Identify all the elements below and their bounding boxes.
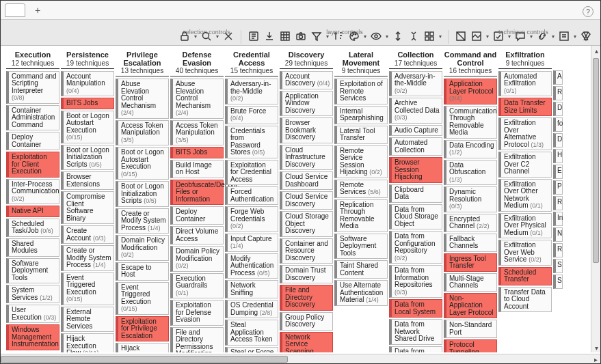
camera-icon[interactable] — [295, 30, 307, 42]
toggle-state-icon[interactable] — [455, 30, 467, 42]
help-button[interactable]: ? — [583, 6, 593, 17]
technique-cell[interactable]: Access Token Manipulation (3/5) — [116, 120, 169, 146]
technique-cell[interactable]: Lateral Tool Transfer — [334, 126, 388, 144]
technique-cell[interactable]: Data from Information Repositories (0/3) — [389, 265, 442, 298]
download-icon[interactable] — [263, 30, 276, 42]
technique-cell[interactable]: Adversary-in-the-Middle (0/2) — [225, 79, 278, 104]
technique-cell[interactable]: Ingress Tool Transfer — [444, 253, 497, 272]
technique-cell[interactable]: External Remote Services — [61, 307, 114, 333]
technique-cell[interactable]: Non-Standard Port — [444, 320, 497, 338]
technique-cell[interactable]: Event Triggered Execution (0/15) — [116, 282, 169, 315]
technique-cell[interactable]: Browser Bookmark Discovery — [280, 117, 333, 143]
technique-cell[interactable]: Forced Authentication — [225, 186, 278, 205]
technique-cell[interactable]: Steal or Forge Kerberos Tickets (0/4) — [225, 347, 278, 352]
technique-cell-partial[interactable]: R — [553, 196, 563, 210]
technique-cell-partial[interactable]: R — [553, 243, 563, 257]
technique-cell[interactable]: Automated Collection — [389, 137, 442, 156]
technique-cell[interactable]: Replication Through Removable Media — [334, 199, 388, 232]
technique-cell-partial[interactable]: S — [553, 275, 563, 289]
technique-cell-partial[interactable]: P — [553, 180, 563, 195]
technique-cell[interactable]: Account Manipulation (0/4) — [61, 71, 114, 97]
technique-cell[interactable]: Exfiltration Over Other Network Medium (… — [498, 179, 552, 212]
technique-cell[interactable]: Execution Guardrails (0/1) — [170, 273, 224, 299]
technique-cell-partial[interactable]: H — [553, 149, 563, 163]
technique-cell-partial[interactable]: D — [553, 102, 563, 116]
technique-cell[interactable]: Cloud Service Dashboard — [280, 171, 333, 190]
sort-icon[interactable] — [332, 30, 345, 42]
technique-cell[interactable]: Hijack Execution Flow (0/11) — [116, 343, 169, 352]
technique-cell-partial[interactable]: R — [553, 86, 563, 100]
technique-cell[interactable]: BITS Jobs — [61, 98, 114, 109]
technique-cell[interactable]: Network Sniffing — [225, 280, 278, 298]
vertical-scrollbar[interactable]: ▴ ▾ — [591, 46, 600, 352]
technique-cell[interactable]: Non-Application Layer Protocol — [444, 293, 497, 319]
export-excel-icon[interactable] — [279, 30, 291, 42]
technique-cell[interactable]: Event Triggered Execution (0/15) — [61, 272, 114, 305]
technique-cell[interactable]: Dynamic Resolution (0/3) — [444, 186, 497, 212]
technique-cell[interactable]: Application Layer Protocol (2/4) — [444, 79, 497, 104]
score-icon[interactable] — [492, 30, 505, 42]
technique-cell[interactable]: Account Discovery (0/4) — [280, 71, 333, 89]
technique-cell[interactable]: Command and Scripting Interpreter (0/8) — [6, 71, 59, 104]
technique-cell-partial[interactable]: S — [553, 259, 563, 273]
technique-cell[interactable]: Inter-Process Communication (0/2) — [6, 179, 59, 205]
technique-cell[interactable]: Exploitation of Remote Services — [334, 79, 388, 104]
search-icon[interactable] — [200, 30, 213, 42]
technique-cell[interactable]: Use Alternate Authentication Material (1… — [334, 280, 388, 306]
technique-cell[interactable]: Clipboard Data — [389, 184, 442, 203]
technique-cell[interactable]: Abuse Elevation Control Mechanism (2/4) — [170, 79, 224, 119]
clear-icon[interactable] — [580, 30, 592, 42]
technique-cell[interactable]: Scheduled Task/Job (0/6) — [6, 219, 59, 237]
technique-cell[interactable]: Exploitation for Defense Evasion — [170, 300, 224, 326]
technique-cell[interactable]: Modify Authentication Process (0/5) — [225, 253, 278, 279]
technique-cell[interactable]: Data from Local System — [389, 299, 442, 318]
technique-cell[interactable]: Access Token Manipulation (3/5) — [170, 120, 224, 146]
technique-cell[interactable]: Hijack Execution Flow (0/11) — [61, 333, 114, 352]
technique-cell-partial[interactable]: D — [553, 133, 563, 148]
technique-cell[interactable]: Windows Management Instrumentation — [6, 324, 59, 350]
technique-cell[interactable]: Software Deployment Tools — [334, 234, 388, 260]
technique-cell[interactable]: Data from Cloud Storage Object — [389, 204, 442, 230]
eye-icon[interactable] — [370, 30, 382, 42]
scroll-right-arrow[interactable]: ▸ — [591, 354, 600, 364]
technique-cell[interactable]: BITS Jobs — [170, 147, 224, 158]
technique-cell[interactable]: Cloud Infrastructure Discovery — [280, 145, 333, 171]
technique-cell[interactable]: File and Directory Discovery — [280, 285, 333, 311]
technique-cell[interactable]: Adversary-in-the-Middle (0/2) — [389, 71, 442, 97]
technique-cell[interactable]: Application Window Discovery — [280, 91, 333, 117]
technique-cell[interactable]: Transfer Data to Cloud Account — [498, 287, 552, 313]
tab-active[interactable] — [5, 3, 25, 17]
expand-vertical-icon[interactable] — [392, 30, 404, 42]
technique-cell[interactable]: Create or Modify System Process (1/4) — [61, 245, 114, 271]
scroll-up-arrow[interactable]: ▴ — [591, 46, 601, 55]
technique-cell[interactable]: Fallback Channels — [444, 234, 497, 252]
technique-cell-partial[interactable]: E — [553, 165, 563, 179]
filter-icon[interactable] — [310, 30, 323, 42]
technique-cell[interactable]: Boot or Logon Initialization Scripts (0/… — [116, 181, 169, 207]
technique-cell[interactable]: Domain Policy Modification (0/2) — [116, 235, 169, 261]
technique-cell[interactable]: Cloud Service Discovery — [280, 191, 333, 210]
palette-icon[interactable] — [348, 30, 360, 42]
horizontal-scrollbar[interactable]: ▸ — [1, 354, 600, 363]
technique-cell[interactable]: Internal Spearphishing — [334, 106, 388, 124]
technique-cell[interactable]: Automated Exfiltration (0/1) — [498, 71, 552, 97]
technique-cell[interactable]: User Execution (0/3) — [6, 305, 59, 323]
technique-cell[interactable]: Data from Network Shared Drive — [389, 319, 442, 345]
technique-cell[interactable]: System Services (1/2) — [6, 285, 59, 303]
technique-cell[interactable]: Direct Volume Access — [170, 226, 224, 244]
grid-icon[interactable] — [423, 30, 436, 42]
technique-cell-partial[interactable]: fo — [553, 117, 563, 132]
technique-cell[interactable]: Credentials from Password Stores (0/5) — [225, 126, 278, 158]
technique-cell-partial[interactable]: In — [553, 212, 563, 226]
technique-cell[interactable]: Browser Session Hijacking — [389, 157, 442, 183]
technique-cell[interactable]: Boot or Logon Initialization Scripts (0/… — [61, 145, 114, 171]
technique-cell[interactable]: Taint Shared Content — [334, 260, 388, 279]
technique-cell[interactable]: Communication Through Removable Media — [444, 106, 497, 139]
new-tab-button[interactable]: + — [35, 5, 40, 16]
technique-cell[interactable]: Container and Resource Discovery — [280, 238, 333, 264]
technique-cell[interactable]: Exfiltration Over Alternative Protocol (… — [498, 117, 552, 150]
technique-cell[interactable]: Encrypted Channel (2/2) — [444, 214, 497, 232]
technique-cell[interactable]: Scheduled Transfer — [498, 267, 552, 285]
link-icon[interactable] — [536, 30, 548, 42]
technique-cell[interactable]: Compromise Client Software Binary — [61, 191, 114, 224]
